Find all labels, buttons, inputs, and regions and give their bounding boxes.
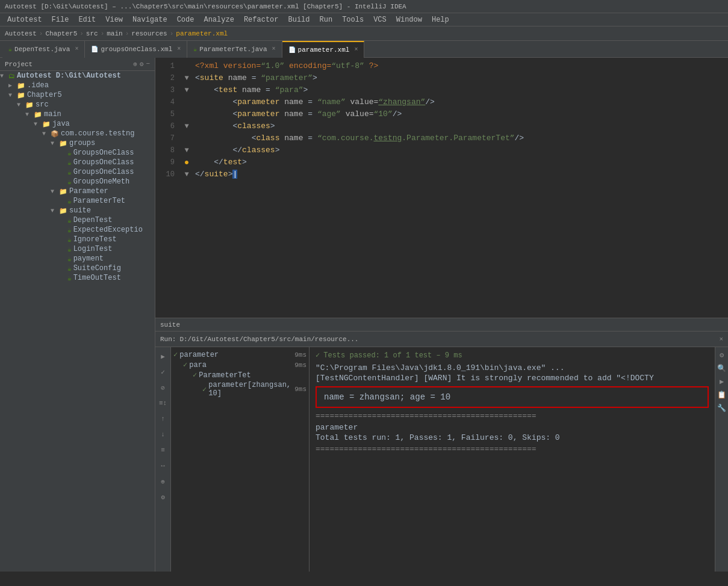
side-icon-3[interactable]: ▶	[717, 376, 727, 387]
tree-arrow-icon: ▼	[17, 102, 24, 108]
tree-label: GroupsOneClass	[73, 158, 134, 167]
tab-parametertet[interactable]: ☕ ParameterTet.java ×	[187, 41, 282, 58]
tree-item-logintest[interactable]: ☕ LoginTest	[0, 244, 155, 254]
tree-item-ignoretest[interactable]: ☕ IgnoreTest	[0, 235, 155, 244]
menu-item-autotest[interactable]: Autotest	[2, 16, 47, 24]
breadcrumb-src[interactable]: src	[86, 30, 98, 37]
run-close-icon[interactable]: ×	[719, 336, 723, 343]
menu-item-build[interactable]: Build	[284, 16, 315, 24]
tree-item-java[interactable]: ▼ 📁 java	[0, 119, 155, 129]
menu-item-edit[interactable]: Edit	[73, 16, 101, 24]
menu-item-file[interactable]: File	[47, 16, 74, 24]
tree-item-depentest[interactable]: ☕ DepenTest	[0, 215, 155, 225]
menu-item-refactor[interactable]: Refactor	[239, 16, 284, 24]
tree-item-main[interactable]: ▼ 📁 main	[0, 109, 155, 119]
output-separator-2: ========================================…	[316, 445, 709, 454]
run-check-button[interactable]: ✓	[157, 365, 170, 378]
tree-item-groups1[interactable]: ☕ GroupsOneClass	[0, 148, 155, 158]
run-settings-button[interactable]: ⚙	[157, 490, 170, 504]
tree-item-parametertet-class[interactable]: ✓ ParameterTet	[171, 370, 309, 380]
line-content: </classes>	[193, 144, 728, 156]
breadcrumb-chapter5[interactable]: Chapter5	[45, 30, 77, 37]
line-number: 9	[155, 156, 181, 168]
menu-item-vcs[interactable]: VCS	[369, 16, 391, 24]
menu-item-run[interactable]: Run	[315, 16, 338, 24]
breadcrumb-main[interactable]: main	[107, 30, 122, 37]
tab-close-icon[interactable]: ×	[177, 46, 181, 52]
tree-item-chapter5[interactable]: ▼ 📁 Chapter5	[0, 90, 155, 100]
tree-item-groups2[interactable]: ☕ GroupsOneClass	[0, 158, 155, 167]
tree-item-groups[interactable]: ▼ 📁 groups	[0, 138, 155, 148]
tree-item-label: parameter[zhangsan, 10]	[208, 381, 293, 398]
run-up-button[interactable]: ↑	[157, 412, 170, 425]
tree-item-autotest[interactable]: ▼ 🗂 Autotest D:\Git\Autotest	[0, 71, 155, 81]
tree-item-groups4[interactable]: ☕ GroupsOneMeth	[0, 177, 155, 187]
tree-arrow-icon: ▼	[0, 73, 7, 79]
side-icon-5[interactable]: 🔧	[717, 402, 727, 413]
menu-item-navigate[interactable]: Navigate	[128, 16, 172, 24]
java-file-icon: ☕	[67, 168, 72, 176]
tree-item-suiteconfig[interactable]: ☕ SuiteConfig	[0, 264, 155, 273]
tree-item-parameter-folder[interactable]: ▼ 📁 Parameter	[0, 187, 155, 196]
menu-item-help[interactable]: Help	[427, 16, 454, 24]
tree-item-timeouttest[interactable]: ☕ TimeOutTest	[0, 273, 155, 283]
breadcrumb-file[interactable]: parameter.xml	[176, 30, 228, 37]
tree-label: payment	[73, 254, 104, 263]
run-sort-button[interactable]: ≡↕	[157, 396, 170, 410]
tree-item-package[interactable]: ▼ 📦 com.course.testng	[0, 129, 155, 138]
folder-icon: 📁	[17, 91, 25, 99]
tab-parameter-xml[interactable]: 📄 parameter.xml ×	[282, 41, 365, 58]
tree-item-src[interactable]: ▼ 📁 src	[0, 100, 155, 109]
tree-item-parameter-method[interactable]: ✓ parameter[zhangsan, 10] 9ms	[171, 380, 309, 398]
tree-arrow-icon: ▼	[25, 111, 33, 118]
java-file-icon: ☕	[67, 149, 72, 157]
tree-item-expectedexception[interactable]: ☕ ExpectedExceptio	[0, 225, 155, 235]
tab-groupsoneclass[interactable]: 📄 groupsOneClass.xml ×	[85, 41, 187, 58]
tree-item-idea[interactable]: ▶ 📁 .idea	[0, 81, 155, 90]
tab-label: ParameterTet.java	[199, 46, 267, 53]
menu-item-window[interactable]: Window	[391, 16, 427, 24]
check-icon: ✓	[193, 371, 197, 380]
tree-item-label: parameter	[179, 351, 219, 359]
java-file-icon: ☕	[67, 255, 72, 263]
tree-item-parametertet[interactable]: ☕ ParameterTet	[0, 196, 155, 206]
tree-item-payment[interactable]: ☕ payment	[0, 254, 155, 264]
run-down-button[interactable]: ↓	[157, 428, 170, 441]
sidebar-minimize-icon[interactable]: −	[146, 60, 150, 68]
breadcrumb-autotest[interactable]: Autotest	[5, 30, 37, 37]
menu-item-tools[interactable]: Tools	[337, 16, 369, 24]
line-gutter	[181, 108, 193, 120]
run-list-button[interactable]: ≡	[157, 443, 170, 457]
menu-item-code[interactable]: Code	[172, 16, 199, 24]
menu-item-analyze[interactable]: Analyze	[199, 16, 238, 24]
tab-close-icon[interactable]: ×	[75, 46, 78, 52]
tab-depentest[interactable]: ☕ DepenTest.java ×	[2, 41, 85, 58]
code-editor[interactable]: 1 <?xml version=“1.0” encoding=“utf-8” ?…	[155, 58, 728, 318]
java-file-icon: ☕	[67, 245, 72, 253]
tree-label: GroupsOneClass	[73, 168, 134, 176]
tab-close-icon[interactable]: ×	[272, 46, 276, 52]
tree-item-parameter[interactable]: ✓ parameter 9ms	[171, 350, 309, 360]
breadcrumb-resources[interactable]: resources	[131, 30, 167, 37]
sidebar-settings-icon[interactable]: ⚙	[140, 60, 144, 68]
menu-item-view[interactable]: View	[101, 16, 128, 24]
check-icon: ✓	[183, 360, 187, 369]
run-play-button[interactable]: ▶	[157, 350, 170, 363]
bottom-panel: Run: D:/Git/Autotest/Chapter5/src/main/r…	[155, 331, 728, 572]
tree-item-groups3[interactable]: ☕ GroupsOneClass	[0, 167, 155, 177]
tree-arrow-icon: ▼	[51, 188, 58, 195]
tree-item-para[interactable]: ✓ para 9ms	[171, 360, 309, 370]
side-icon-1[interactable]: ⚙	[717, 350, 727, 360]
side-icon-4[interactable]: 📋	[717, 389, 727, 400]
line-content: <parameter name = “name” value=“zhangsan…	[193, 96, 728, 108]
run-export-button[interactable]: ⊕	[157, 475, 170, 488]
side-icon-2[interactable]: 🔍	[717, 363, 727, 374]
run-stop-button[interactable]: ⊘	[157, 381, 170, 394]
folder-icon: 📁	[34, 111, 42, 119]
run-expand-button[interactable]: ↔	[157, 459, 170, 472]
line-number: 7	[155, 132, 181, 144]
java-file-icon: ☕	[67, 159, 72, 167]
sidebar-add-icon[interactable]: ⊕	[133, 60, 137, 68]
tab-close-icon[interactable]: ×	[354, 46, 358, 53]
tree-item-suite-folder[interactable]: ▼ 📁 suite	[0, 206, 155, 215]
